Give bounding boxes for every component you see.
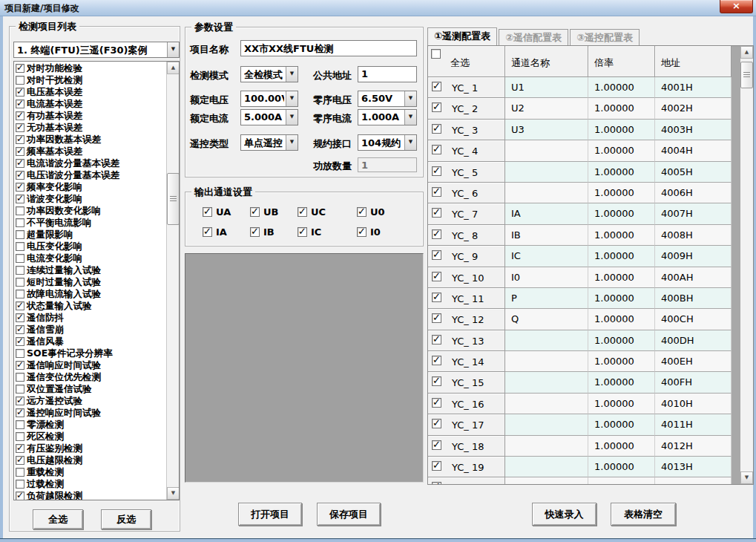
chevron-down-icon[interactable]: ▼ [286, 67, 298, 82]
detection-item-checkbox[interactable] [16, 325, 24, 334]
detection-item-checkbox[interactable] [16, 278, 24, 287]
row-header-cell[interactable]: YC_ 11 [428, 288, 505, 309]
detection-item-listbox[interactable]: 对时功能检验对时干扰检测电压基本误差电流基本误差有功基本误差无功基本误差功率因数… [13, 61, 180, 500]
zero-current-select[interactable]: 1.000A ▼ [358, 109, 417, 125]
ratio-cell[interactable]: 1.00000 [588, 267, 655, 288]
detection-item-checkbox[interactable] [16, 492, 24, 500]
ratio-cell[interactable]: 1.00000 [588, 120, 655, 140]
detection-list-item[interactable]: 电压越限检测 [15, 454, 166, 466]
detection-list-item[interactable]: 无功基本误差 [15, 122, 166, 134]
detection-item-checkbox[interactable] [16, 337, 24, 346]
row-checkbox[interactable] [432, 461, 441, 471]
row-header-cell[interactable]: YC_ 12 [428, 309, 505, 330]
output-channel-toggle[interactable]: IA [203, 226, 227, 238]
chevron-down-icon[interactable]: ▼ [286, 91, 298, 106]
channel-name-cell[interactable]: I0 [505, 267, 588, 288]
chevron-down-icon[interactable]: ▼ [404, 135, 416, 150]
detection-item-checkbox[interactable] [16, 396, 24, 405]
detection-list-item[interactable]: 重载检测 [15, 466, 166, 478]
invert-selection-button[interactable]: 反选 [101, 509, 151, 529]
open-project-button[interactable]: 打开项目 [238, 503, 302, 526]
address-cell[interactable]: 4001H [655, 77, 732, 98]
row-checkbox[interactable] [432, 229, 441, 239]
channel-checkbox[interactable] [203, 227, 212, 237]
row-checkbox[interactable] [432, 376, 441, 386]
case-template-select[interactable]: 1. 终端(FTU)三遥(F30)案例 ▼ [13, 42, 180, 58]
detection-list-item[interactable]: 负荷越限检测 [15, 490, 166, 500]
detection-list-item[interactable]: 电压基本误差 [15, 86, 166, 98]
detection-item-checkbox[interactable] [16, 468, 24, 477]
row-checkbox[interactable] [432, 102, 441, 112]
address-cell[interactable]: 4010H [655, 394, 732, 414]
channel-name-cell[interactable] [505, 436, 588, 457]
scroll-up-icon[interactable]: ▲ [167, 62, 180, 74]
ratio-cell[interactable]: 1.00000 [588, 140, 655, 161]
common-address-input[interactable]: 1 [358, 66, 417, 82]
detection-item-checkbox[interactable] [16, 123, 24, 132]
detection-list-item[interactable]: 电压变化影响 [15, 241, 166, 252]
detection-item-checkbox[interactable] [16, 206, 24, 215]
channel-name-cell[interactable] [505, 372, 588, 393]
row-checkbox[interactable] [432, 145, 441, 154]
detection-item-checkbox[interactable] [16, 135, 24, 144]
detection-item-checkbox[interactable] [16, 480, 24, 489]
scroll-up-icon[interactable]: ▲ [740, 46, 753, 59]
row-checkbox[interactable] [432, 187, 441, 197]
detection-item-checkbox[interactable] [16, 432, 24, 441]
output-channel-toggle[interactable]: IC [298, 226, 321, 238]
channel-name-cell[interactable] [505, 457, 588, 477]
address-cell[interactable]: 400DH [655, 330, 732, 351]
row-checkbox[interactable] [432, 124, 441, 134]
detection-list-item[interactable]: 状态量输入试验 [15, 300, 166, 312]
detection-list-item[interactable]: 遥信雪崩 [15, 324, 166, 336]
address-cell[interactable]: 4008H [655, 225, 732, 246]
detection-list-item[interactable]: 双位置遥信试验 [15, 383, 166, 395]
row-checkbox[interactable] [432, 272, 441, 281]
detection-item-checkbox[interactable] [16, 349, 24, 358]
row-checkbox[interactable] [432, 335, 441, 345]
channel-checkbox[interactable] [357, 207, 367, 217]
detection-list-item[interactable]: 功率因数变化影响 [15, 205, 166, 217]
channel-checkbox[interactable] [250, 227, 260, 237]
detection-list-item[interactable]: 有功基本误差 [15, 110, 166, 122]
detection-item-checkbox[interactable] [16, 361, 24, 370]
channel-checkbox[interactable] [250, 207, 260, 217]
address-cell[interactable]: 4005H [655, 162, 732, 183]
detection-list-item[interactable]: 电压谐波分量基本误差 [15, 169, 166, 181]
channel-name-cell[interactable] [505, 330, 588, 351]
row-checkbox[interactable] [432, 398, 441, 408]
address-cell[interactable]: 4002H [655, 98, 732, 119]
channel-name-cell[interactable]: IC [505, 246, 588, 267]
output-channel-toggle[interactable]: UA [203, 206, 231, 218]
chevron-down-icon[interactable]: ▼ [404, 91, 416, 106]
detection-list-item[interactable]: 有压鉴别检测 [15, 443, 166, 454]
list-scrollbar[interactable]: ▲ ▼ [166, 62, 179, 500]
channel-name-cell[interactable]: Q [505, 309, 588, 330]
detection-item-checkbox[interactable] [16, 99, 24, 108]
ratio-cell[interactable]: 1.00000 [588, 309, 655, 330]
channel-checkbox[interactable] [203, 207, 212, 217]
detection-list-item[interactable]: 电流谐波分量基本误差 [15, 157, 166, 169]
row-checkbox[interactable] [432, 208, 441, 218]
detection-item-checkbox[interactable] [16, 456, 24, 465]
detection-list-item[interactable]: 电流基本误差 [15, 98, 166, 110]
rated-voltage-select[interactable]: 100.00V ▼ [240, 91, 298, 107]
output-channel-toggle[interactable]: UB [250, 206, 278, 218]
channel-checkbox[interactable] [298, 207, 307, 217]
detection-list-item[interactable]: 遥信防抖 [15, 312, 166, 324]
detection-list-item[interactable]: 遥控响应时间试验 [15, 407, 166, 419]
detection-item-checkbox[interactable] [16, 218, 24, 227]
address-cell[interactable]: 400AH [655, 267, 732, 288]
list-scrollbar-thumb[interactable] [167, 173, 180, 225]
row-header-cell[interactable]: YC_ 7 [428, 203, 505, 224]
row-header-cell[interactable]: YC_ 8 [428, 225, 505, 246]
address-cell[interactable]: 4013H [655, 457, 732, 477]
ratio-cell[interactable]: 1.00000 [588, 330, 655, 351]
channel-name-cell[interactable] [505, 162, 588, 183]
row-checkbox[interactable] [432, 293, 441, 302]
detect-mode-select[interactable]: 全检模式 ▼ [240, 66, 298, 82]
ratio-cell[interactable]: 1.00000 [588, 225, 655, 246]
row-checkbox[interactable] [432, 313, 441, 323]
address-cell[interactable] [655, 477, 732, 484]
detection-list-item[interactable]: 不平衡电流影响 [15, 217, 166, 229]
